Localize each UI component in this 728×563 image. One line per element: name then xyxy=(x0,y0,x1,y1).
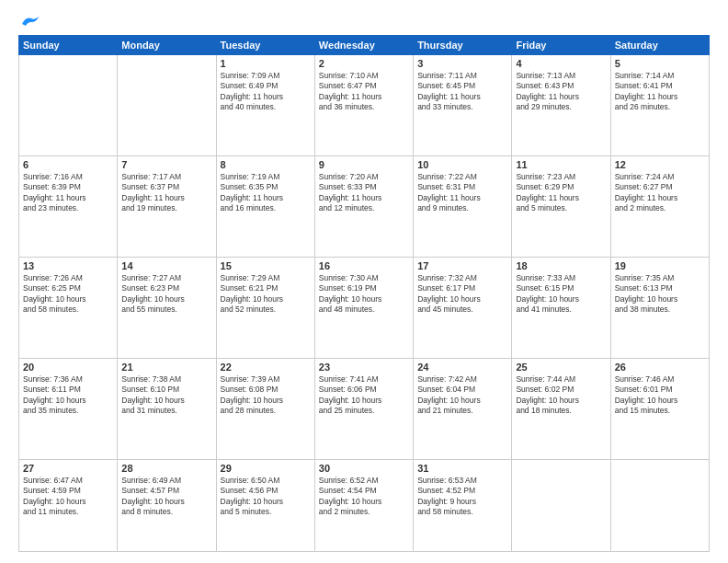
calendar-cell: 12Sunrise: 7:24 AMSunset: 6:27 PMDayligh… xyxy=(610,156,709,258)
day-number: 28 xyxy=(121,463,211,474)
logo-bird-icon xyxy=(20,15,40,29)
day-number: 2 xyxy=(319,58,409,69)
day-number: 7 xyxy=(121,159,211,170)
cell-content: Sunrise: 7:39 AMSunset: 6:08 PMDaylight:… xyxy=(221,374,311,417)
cell-content: Sunrise: 7:23 AMSunset: 6:29 PMDaylight:… xyxy=(516,172,606,214)
calendar-cell: 23Sunrise: 7:41 AMSunset: 6:06 PMDayligh… xyxy=(314,359,413,460)
cell-content: Sunrise: 7:41 AMSunset: 6:06 PMDaylight:… xyxy=(319,374,409,417)
day-number: 18 xyxy=(516,260,606,271)
calendar-cell: 9Sunrise: 7:20 AMSunset: 6:33 PMDaylight… xyxy=(314,156,413,258)
calendar-week-row: 27Sunrise: 6:47 AMSunset: 4:59 PMDayligh… xyxy=(19,460,710,552)
day-number: 14 xyxy=(121,260,211,271)
calendar-cell: 1Sunrise: 7:09 AMSunset: 6:49 PMDaylight… xyxy=(216,55,314,156)
header xyxy=(18,15,710,26)
cell-content: Sunrise: 6:53 AMSunset: 4:52 PMDaylight:… xyxy=(417,476,507,518)
cell-content: Sunrise: 7:13 AMSunset: 6:43 PMDaylight:… xyxy=(516,71,606,113)
calendar-cell: 5Sunrise: 7:14 AMSunset: 6:41 PMDaylight… xyxy=(610,55,709,156)
calendar-week-row: 1Sunrise: 7:09 AMSunset: 6:49 PMDaylight… xyxy=(19,55,710,156)
day-number: 23 xyxy=(319,362,409,373)
day-of-week-header: Thursday xyxy=(414,36,512,55)
cell-content: Sunrise: 7:17 AMSunset: 6:37 PMDaylight:… xyxy=(121,172,211,214)
cell-content: Sunrise: 7:22 AMSunset: 6:31 PMDaylight:… xyxy=(417,172,507,214)
day-number: 10 xyxy=(417,159,507,170)
calendar-cell: 7Sunrise: 7:17 AMSunset: 6:37 PMDaylight… xyxy=(118,156,216,258)
calendar-cell: 19Sunrise: 7:35 AMSunset: 6:13 PMDayligh… xyxy=(610,258,709,359)
calendar-cell: 14Sunrise: 7:27 AMSunset: 6:23 PMDayligh… xyxy=(118,258,216,359)
calendar-cell: 30Sunrise: 6:52 AMSunset: 4:54 PMDayligh… xyxy=(314,460,413,552)
day-number: 17 xyxy=(417,260,507,271)
day-number: 12 xyxy=(615,159,705,170)
calendar-week-row: 6Sunrise: 7:16 AMSunset: 6:39 PMDaylight… xyxy=(19,156,710,258)
day-number: 11 xyxy=(516,159,606,170)
day-of-week-header: Sunday xyxy=(19,36,118,55)
calendar-cell xyxy=(512,460,610,552)
day-number: 21 xyxy=(121,362,211,373)
day-of-week-header: Saturday xyxy=(610,36,709,55)
calendar-cell: 25Sunrise: 7:44 AMSunset: 6:02 PMDayligh… xyxy=(512,359,610,460)
calendar-cell: 4Sunrise: 7:13 AMSunset: 6:43 PMDaylight… xyxy=(512,55,610,156)
calendar-cell: 20Sunrise: 7:36 AMSunset: 6:11 PMDayligh… xyxy=(19,359,118,460)
calendar-table: SundayMondayTuesdayWednesdayThursdayFrid… xyxy=(18,35,710,552)
calendar-cell: 31Sunrise: 6:53 AMSunset: 4:52 PMDayligh… xyxy=(414,460,512,552)
logo xyxy=(18,15,40,26)
calendar-cell xyxy=(19,55,118,156)
cell-content: Sunrise: 7:44 AMSunset: 6:02 PMDaylight:… xyxy=(516,374,606,417)
calendar-cell: 17Sunrise: 7:32 AMSunset: 6:17 PMDayligh… xyxy=(414,258,512,359)
day-number: 16 xyxy=(319,260,409,271)
calendar-header-row: SundayMondayTuesdayWednesdayThursdayFrid… xyxy=(19,36,710,55)
cell-content: Sunrise: 7:14 AMSunset: 6:41 PMDaylight:… xyxy=(615,71,705,113)
calendar-cell: 6Sunrise: 7:16 AMSunset: 6:39 PMDaylight… xyxy=(19,156,118,258)
calendar-week-row: 13Sunrise: 7:26 AMSunset: 6:25 PMDayligh… xyxy=(19,258,710,359)
day-number: 9 xyxy=(319,159,409,170)
calendar-cell xyxy=(610,460,709,552)
cell-content: Sunrise: 7:29 AMSunset: 6:21 PMDaylight:… xyxy=(221,273,311,316)
day-number: 31 xyxy=(417,463,507,474)
day-number: 15 xyxy=(221,260,311,271)
calendar-cell: 11Sunrise: 7:23 AMSunset: 6:29 PMDayligh… xyxy=(512,156,610,258)
calendar-cell: 21Sunrise: 7:38 AMSunset: 6:10 PMDayligh… xyxy=(118,359,216,460)
calendar-cell: 27Sunrise: 6:47 AMSunset: 4:59 PMDayligh… xyxy=(19,460,118,552)
day-number: 1 xyxy=(221,58,311,69)
calendar-cell: 16Sunrise: 7:30 AMSunset: 6:19 PMDayligh… xyxy=(314,258,413,359)
day-number: 27 xyxy=(23,463,113,474)
calendar-week-row: 20Sunrise: 7:36 AMSunset: 6:11 PMDayligh… xyxy=(19,359,710,460)
calendar-cell: 15Sunrise: 7:29 AMSunset: 6:21 PMDayligh… xyxy=(216,258,314,359)
day-number: 13 xyxy=(23,260,113,271)
cell-content: Sunrise: 7:33 AMSunset: 6:15 PMDaylight:… xyxy=(516,273,606,316)
day-number: 20 xyxy=(23,362,113,373)
cell-content: Sunrise: 7:36 AMSunset: 6:11 PMDaylight:… xyxy=(23,374,113,417)
day-of-week-header: Friday xyxy=(512,36,610,55)
day-number: 4 xyxy=(516,58,606,69)
cell-content: Sunrise: 7:24 AMSunset: 6:27 PMDaylight:… xyxy=(615,172,705,214)
cell-content: Sunrise: 6:47 AMSunset: 4:59 PMDaylight:… xyxy=(23,476,113,518)
calendar-cell: 10Sunrise: 7:22 AMSunset: 6:31 PMDayligh… xyxy=(414,156,512,258)
day-number: 29 xyxy=(221,463,311,474)
day-number: 19 xyxy=(615,260,705,271)
cell-content: Sunrise: 7:30 AMSunset: 6:19 PMDaylight:… xyxy=(319,273,409,316)
cell-content: Sunrise: 7:20 AMSunset: 6:33 PMDaylight:… xyxy=(319,172,409,214)
cell-content: Sunrise: 7:10 AMSunset: 6:47 PMDaylight:… xyxy=(319,71,409,113)
cell-content: Sunrise: 7:09 AMSunset: 6:49 PMDaylight:… xyxy=(221,71,311,113)
calendar-cell: 8Sunrise: 7:19 AMSunset: 6:35 PMDaylight… xyxy=(216,156,314,258)
calendar-cell: 13Sunrise: 7:26 AMSunset: 6:25 PMDayligh… xyxy=(19,258,118,359)
day-number: 8 xyxy=(221,159,311,170)
cell-content: Sunrise: 7:11 AMSunset: 6:45 PMDaylight:… xyxy=(417,71,507,113)
cell-content: Sunrise: 7:46 AMSunset: 6:01 PMDaylight:… xyxy=(615,374,705,417)
calendar-cell: 24Sunrise: 7:42 AMSunset: 6:04 PMDayligh… xyxy=(414,359,512,460)
cell-content: Sunrise: 7:27 AMSunset: 6:23 PMDaylight:… xyxy=(121,273,211,316)
day-number: 25 xyxy=(516,362,606,373)
calendar-cell: 2Sunrise: 7:10 AMSunset: 6:47 PMDaylight… xyxy=(314,55,413,156)
cell-content: Sunrise: 6:52 AMSunset: 4:54 PMDaylight:… xyxy=(319,476,409,518)
cell-content: Sunrise: 6:49 AMSunset: 4:57 PMDaylight:… xyxy=(121,476,211,518)
day-number: 24 xyxy=(417,362,507,373)
day-number: 30 xyxy=(319,463,409,474)
calendar-cell: 22Sunrise: 7:39 AMSunset: 6:08 PMDayligh… xyxy=(216,359,314,460)
cell-content: Sunrise: 7:32 AMSunset: 6:17 PMDaylight:… xyxy=(417,273,507,316)
page: SundayMondayTuesdayWednesdayThursdayFrid… xyxy=(0,0,728,563)
day-of-week-header: Monday xyxy=(118,36,216,55)
cell-content: Sunrise: 7:35 AMSunset: 6:13 PMDaylight:… xyxy=(615,273,705,316)
cell-content: Sunrise: 7:19 AMSunset: 6:35 PMDaylight:… xyxy=(221,172,311,214)
calendar-cell xyxy=(118,55,216,156)
calendar-cell: 26Sunrise: 7:46 AMSunset: 6:01 PMDayligh… xyxy=(610,359,709,460)
day-number: 5 xyxy=(615,58,705,69)
